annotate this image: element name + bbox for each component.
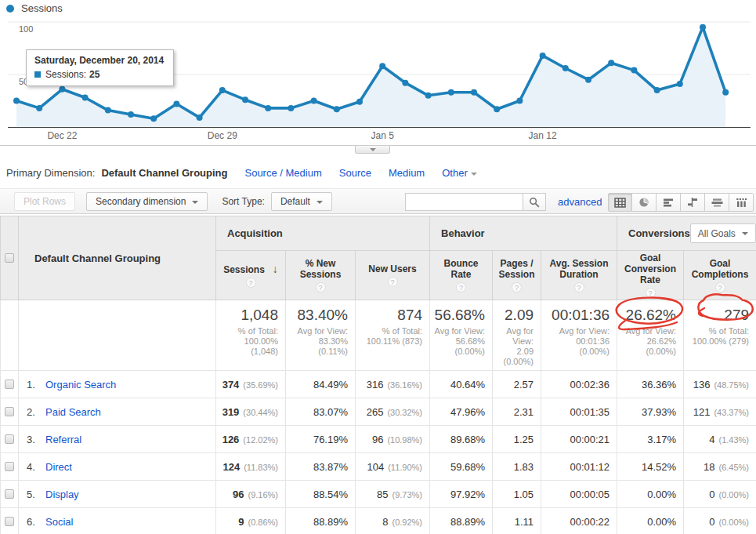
help-icon[interactable]: ? xyxy=(246,278,256,288)
data-point[interactable] xyxy=(82,95,89,101)
help-icon[interactable]: ? xyxy=(316,282,326,292)
data-point[interactable] xyxy=(677,81,683,87)
data-point[interactable] xyxy=(356,99,363,105)
data-point[interactable] xyxy=(654,87,660,93)
data-point[interactable] xyxy=(631,67,637,74)
search-input[interactable] xyxy=(405,193,523,211)
data-point[interactable] xyxy=(471,89,477,96)
search-button[interactable] xyxy=(523,193,546,211)
channel-link[interactable]: Social xyxy=(45,516,73,528)
data-point[interactable] xyxy=(128,111,134,118)
data-point[interactable] xyxy=(494,106,500,112)
column-header-pct-new-sessions[interactable]: % New Sessions? xyxy=(286,251,356,300)
plot-rows-button[interactable]: Plot Rows xyxy=(14,192,75,211)
term-cloud-view-button[interactable] xyxy=(705,193,729,212)
table-row: 2.Paid Search319(30.44%)83.07%265(30.32%… xyxy=(1,398,756,426)
data-point[interactable] xyxy=(150,115,157,122)
data-point[interactable] xyxy=(425,93,432,99)
dimension-link-source-medium[interactable]: Source / Medium xyxy=(244,167,321,179)
channel-link[interactable]: Paid Search xyxy=(45,406,101,418)
data-point[interactable] xyxy=(562,65,569,71)
row-rank: 4. xyxy=(27,461,45,473)
row-checkbox[interactable] xyxy=(5,407,14,416)
data-point[interactable] xyxy=(608,60,614,66)
help-icon[interactable]: ? xyxy=(388,277,398,287)
metric-percent: (11.90%) xyxy=(388,463,422,472)
cell-avg_duration: 00:02:36 xyxy=(541,371,617,398)
metric-value: 83.07% xyxy=(313,406,348,418)
data-point[interactable] xyxy=(379,63,385,69)
row-checkbox[interactable] xyxy=(5,489,14,499)
cell-bounce_rate: 59.68% xyxy=(430,453,493,481)
data-point[interactable] xyxy=(36,105,42,111)
comparison-view-button[interactable] xyxy=(681,193,705,212)
group-header-acquisition: Acquisition xyxy=(216,216,430,251)
help-icon[interactable]: ? xyxy=(512,282,522,292)
cell-sessions: 374(35.69%) xyxy=(216,371,286,398)
data-point[interactable] xyxy=(516,98,523,104)
data-point[interactable] xyxy=(13,98,20,104)
cell-avg_duration: 00:00:05 xyxy=(541,481,617,508)
channel-cell: 2.Paid Search xyxy=(19,398,216,426)
data-point[interactable] xyxy=(265,105,271,111)
data-point[interactable] xyxy=(173,101,179,107)
data-point[interactable] xyxy=(722,89,729,96)
row-checkbox[interactable] xyxy=(5,434,14,444)
column-header-sessions[interactable]: Sessions↓ ? xyxy=(216,251,286,300)
advanced-search-link[interactable]: advanced xyxy=(558,196,602,208)
totals-value-sessions: 1,048 xyxy=(219,307,278,324)
cell-sessions: 124(11.83%) xyxy=(216,453,286,481)
dimension-link-source[interactable]: Source xyxy=(339,167,371,179)
data-point[interactable] xyxy=(219,87,226,93)
column-header-avg-session-duration[interactable]: Avg. Session Duration? xyxy=(541,251,617,300)
data-point[interactable] xyxy=(585,77,591,83)
primary-dimension-selected: Default Channel Grouping xyxy=(101,167,227,179)
channel-link[interactable]: Direct xyxy=(45,461,72,473)
row-checkbox[interactable] xyxy=(5,380,14,389)
dimension-other-dropdown[interactable]: Other xyxy=(442,167,477,179)
cell-goal_completions: 136(48.75%) xyxy=(684,371,756,398)
data-point[interactable] xyxy=(402,80,408,86)
row-checkbox[interactable] xyxy=(5,517,14,526)
data-point[interactable] xyxy=(334,106,340,112)
chart-collapse-handle[interactable] xyxy=(355,146,390,154)
performance-view-button[interactable] xyxy=(657,193,681,212)
totals-sub-new_users: % of Total: 100.11% (873) xyxy=(359,326,422,347)
data-point[interactable] xyxy=(288,105,294,111)
sort-type-dropdown[interactable]: Default xyxy=(271,192,332,211)
data-point[interactable] xyxy=(197,114,203,121)
data-point[interactable] xyxy=(700,24,706,31)
all-goals-select[interactable]: All Goals xyxy=(690,223,756,243)
data-point[interactable] xyxy=(105,107,111,114)
metric-value: 136 xyxy=(693,379,711,391)
help-icon[interactable]: ? xyxy=(574,282,584,292)
help-icon[interactable]: ? xyxy=(715,282,725,292)
data-point[interactable] xyxy=(311,98,317,104)
pivot-view-button[interactable] xyxy=(729,193,754,212)
table-view-button[interactable] xyxy=(608,193,632,212)
select-all-checkbox[interactable] xyxy=(5,253,14,263)
secondary-dimension-dropdown[interactable]: Secondary dimension xyxy=(86,192,208,211)
help-icon[interactable]: ? xyxy=(456,282,466,292)
column-header-bounce-rate[interactable]: Bounce Rate? xyxy=(430,251,493,300)
column-header-new-users[interactable]: New Users? xyxy=(356,251,430,300)
data-point[interactable] xyxy=(448,89,454,96)
metric-value: 18 xyxy=(704,461,714,473)
data-point[interactable] xyxy=(242,96,248,103)
column-header-goal-completions[interactable]: Goal Completions? xyxy=(684,251,756,300)
cell-new_users: 85(9.73%) xyxy=(356,481,430,508)
totals-cell-sessions: 1,048% of Total: 100.00% (1,048) xyxy=(216,300,286,371)
data-point[interactable] xyxy=(540,53,546,59)
channel-link[interactable]: Display xyxy=(45,489,79,500)
comparison-bars-icon xyxy=(687,197,698,208)
row-checkbox[interactable] xyxy=(5,462,14,471)
channel-link[interactable]: Referral xyxy=(45,434,81,445)
metric-percent: (1.43%) xyxy=(719,435,750,445)
help-icon[interactable]: ? xyxy=(646,288,656,298)
percentage-view-button[interactable] xyxy=(632,193,657,212)
column-header-pages-session[interactable]: Pages / Session? xyxy=(493,251,541,300)
column-header-goal-conversion-rate[interactable]: Goal Conversion Rate? xyxy=(617,251,684,300)
dimension-link-medium[interactable]: Medium xyxy=(389,167,425,179)
data-point[interactable] xyxy=(59,86,65,93)
channel-link[interactable]: Organic Search xyxy=(45,379,116,391)
